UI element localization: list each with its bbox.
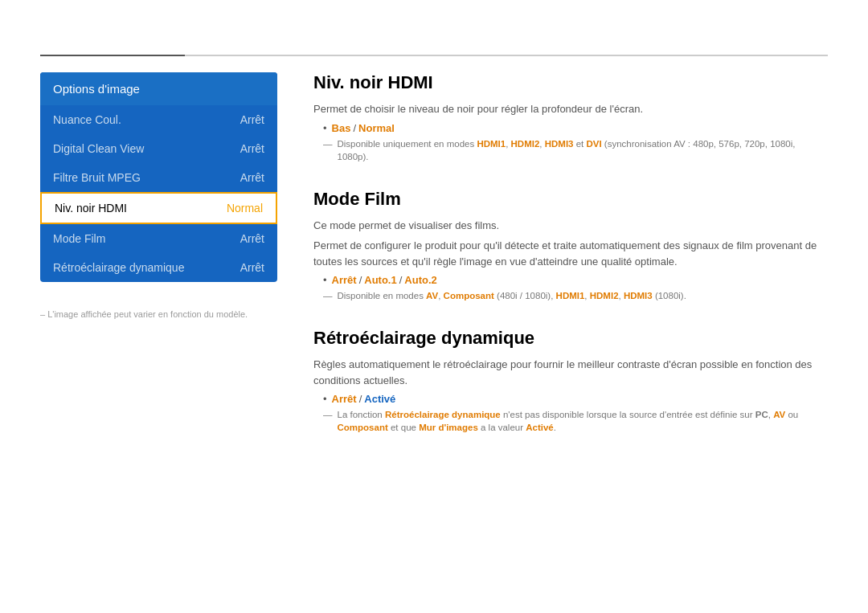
section-mode-film-title: Mode Film — [313, 189, 828, 210]
sidebar-item-digital-label: Digital Clean View — [53, 142, 144, 155]
niv-bas: Bas — [332, 122, 351, 134]
sidebar-item-digital[interactable]: Digital Clean View Arrêt — [40, 134, 277, 163]
sidebar-item-filtre-label: Filtre Bruit MPEG — [53, 171, 141, 184]
section-niv-noir: Niv. noir HDMI Permet de choisir le nive… — [313, 72, 828, 163]
section-retro-desc: Règles automatiquement le rétroéclairage… — [313, 357, 828, 388]
sidebar-item-mode-label: Mode Film — [53, 232, 105, 245]
section-mode-film-desc1: Ce mode permet de visualiser des films. — [313, 218, 828, 234]
section-niv-noir-note: Disponible uniquement en modes HDMI1, HD… — [323, 137, 828, 163]
sidebar: Options d'image Nuance Coul. Arrêt Digit… — [40, 72, 277, 282]
section-mode-film: Mode Film Ce mode permet de visualiser d… — [313, 189, 828, 303]
section-retroeclairage: Rétroéclairage dynamique Règles automati… — [313, 328, 828, 434]
section-mode-film-note: Disponible en modes AV, Composant (480i … — [323, 289, 828, 302]
section-retro-bullet: Arrêt / Activé — [323, 393, 828, 405]
sidebar-item-nuance[interactable]: Nuance Coul. Arrêt — [40, 105, 277, 134]
film-arret: Arrêt — [332, 274, 357, 286]
sidebar-item-niv-noir[interactable]: Niv. noir HDMI Normal — [40, 192, 277, 224]
retro-active: Activé — [364, 393, 395, 405]
section-mode-film-bullet: Arrêt / Auto.1 / Auto.2 — [323, 274, 828, 286]
sidebar-header: Options d'image — [40, 72, 277, 105]
main-content: Niv. noir HDMI Permet de choisir le nive… — [313, 72, 828, 460]
sidebar-item-niv-value: Normal — [227, 202, 263, 215]
footnote: – L'image affichée peut varier en foncti… — [40, 309, 248, 319]
sidebar-item-filtre-value: Arrêt — [240, 171, 264, 184]
sidebar-item-nuance-value: Arrêt — [240, 113, 264, 126]
retro-arret: Arrêt — [332, 393, 357, 405]
section-mode-film-desc2: Permet de configurer le produit pour qu'… — [313, 238, 828, 269]
sidebar-item-retro-label: Rétroéclairage dynamique — [53, 261, 184, 274]
niv-slash: / — [353, 122, 356, 134]
sidebar-item-retroeclairage[interactable]: Rétroéclairage dynamique Arrêt — [40, 253, 277, 282]
film-auto1: Auto.1 — [364, 274, 396, 286]
section-retro-title: Rétroéclairage dynamique — [313, 328, 828, 349]
sidebar-item-filtre[interactable]: Filtre Bruit MPEG Arrêt — [40, 163, 277, 192]
section-niv-noir-title: Niv. noir HDMI — [313, 72, 828, 93]
sidebar-item-nuance-label: Nuance Coul. — [53, 113, 121, 126]
section-retro-note: La fonction Rétroéclairage dynamique n'e… — [323, 408, 828, 434]
section-niv-noir-desc: Permet de choisir le niveau de noir pour… — [313, 101, 828, 117]
section-niv-noir-bullet: Bas / Normal — [323, 122, 828, 134]
sidebar-item-niv-label: Niv. noir HDMI — [55, 202, 127, 215]
top-divider-dark — [40, 55, 185, 56]
film-auto2: Auto.2 — [404, 274, 436, 286]
sidebar-item-mode-film[interactable]: Mode Film Arrêt — [40, 224, 277, 253]
sidebar-item-mode-value: Arrêt — [240, 232, 264, 245]
niv-normal: Normal — [358, 122, 395, 134]
sidebar-item-retro-value: Arrêt — [240, 261, 264, 274]
sidebar-item-digital-value: Arrêt — [240, 142, 264, 155]
